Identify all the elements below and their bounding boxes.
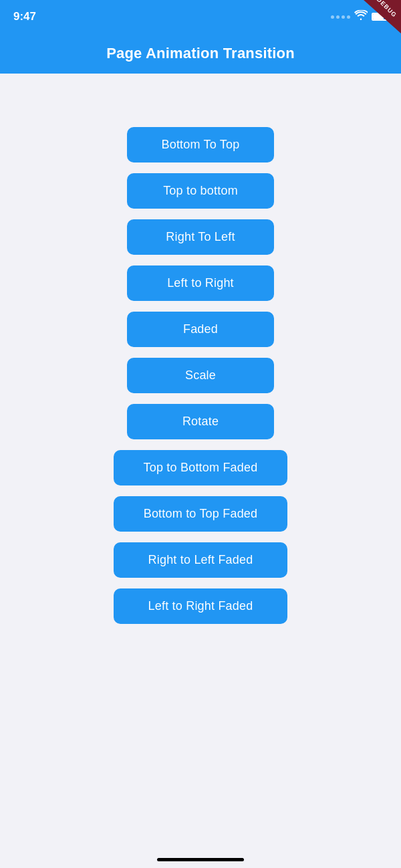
home-indicator [157,858,244,861]
top-to-bottom-faded-button[interactable]: Top to Bottom Faded [114,450,287,485]
bottom-to-top-faded-button[interactable]: Bottom to Top Faded [114,496,287,532]
app-bar: Page Animation Transition [0,33,401,74]
app-title: Page Animation Transition [106,45,295,62]
bottom-to-top-button[interactable]: Bottom To Top [127,127,274,162]
faded-button[interactable]: Faded [127,312,274,347]
content: Bottom To Top Top to bottom Right To Lef… [0,74,401,651]
status-bar: 9:47 DEBUG [0,0,401,33]
right-to-left-button[interactable]: Right To Left [127,219,274,255]
right-to-left-faded-button[interactable]: Right to Left Faded [114,542,287,578]
left-to-right-button[interactable]: Left to Right [127,265,274,301]
dot4 [347,15,350,19]
left-to-right-faded-button[interactable]: Left to Right Faded [114,588,287,624]
scale-button[interactable]: Scale [127,358,274,393]
signal-dots [331,15,350,19]
dot3 [342,15,345,19]
top-to-bottom-button[interactable]: Top to bottom [127,173,274,209]
dot1 [331,15,334,19]
dot2 [336,15,340,19]
status-time: 9:47 [13,10,36,23]
rotate-button[interactable]: Rotate [127,404,274,439]
wifi-icon [354,10,368,23]
